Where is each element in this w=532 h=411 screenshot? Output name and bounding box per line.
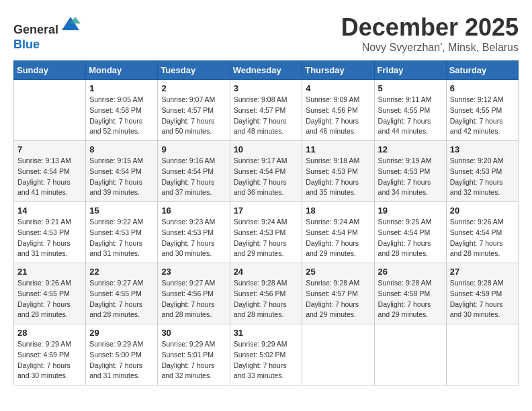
logo: General Blue	[13, 13, 81, 52]
day-number: 27	[450, 267, 515, 277]
location-subtitle: Novy Svyerzhan', Minsk, Belarus	[341, 42, 519, 54]
logo-icon	[60, 13, 81, 34]
day-number: 7	[17, 144, 82, 154]
day-number: 24	[234, 267, 299, 277]
day-info: Sunrise: 9:26 AM Sunset: 4:55 PM Dayligh…	[17, 278, 82, 320]
day-number: 6	[450, 83, 515, 93]
calendar-cell: 25Sunrise: 9:28 AM Sunset: 4:57 PM Dayli…	[302, 263, 374, 324]
day-info: Sunrise: 9:28 AM Sunset: 4:58 PM Dayligh…	[378, 278, 443, 320]
calendar-cell: 14Sunrise: 9:21 AM Sunset: 4:53 PM Dayli…	[14, 202, 86, 263]
calendar-cell: 2Sunrise: 9:07 AM Sunset: 4:57 PM Daylig…	[158, 80, 230, 141]
day-info: Sunrise: 9:08 AM Sunset: 4:57 PM Dayligh…	[234, 95, 299, 137]
weekday-header-monday: Monday	[86, 61, 158, 80]
calendar-cell: 10Sunrise: 9:17 AM Sunset: 4:54 PM Dayli…	[230, 141, 302, 202]
day-number: 15	[89, 205, 154, 216]
day-number: 1	[89, 83, 154, 93]
day-info: Sunrise: 9:28 AM Sunset: 4:56 PM Dayligh…	[234, 278, 299, 320]
weekday-header-friday: Friday	[374, 61, 446, 80]
calendar-cell: 9Sunrise: 9:16 AM Sunset: 4:54 PM Daylig…	[158, 141, 230, 202]
month-title: December 2025	[341, 13, 519, 42]
weekday-header-row: SundayMondayTuesdayWednesdayThursdayFrid…	[14, 61, 519, 80]
calendar-cell: 11Sunrise: 9:18 AM Sunset: 4:53 PM Dayli…	[302, 141, 374, 202]
calendar-cell: 15Sunrise: 9:22 AM Sunset: 4:53 PM Dayli…	[86, 202, 158, 263]
calendar-cell	[374, 324, 446, 385]
day-number: 22	[89, 267, 154, 277]
day-info: Sunrise: 9:15 AM Sunset: 4:54 PM Dayligh…	[89, 156, 154, 198]
calendar-week-5: 28Sunrise: 9:29 AM Sunset: 4:59 PM Dayli…	[14, 324, 519, 385]
calendar-cell	[14, 80, 86, 141]
calendar-cell: 23Sunrise: 9:27 AM Sunset: 4:56 PM Dayli…	[158, 263, 230, 324]
day-number: 14	[17, 205, 82, 216]
day-info: Sunrise: 9:05 AM Sunset: 4:58 PM Dayligh…	[89, 95, 154, 137]
calendar-table: SundayMondayTuesdayWednesdayThursdayFrid…	[13, 60, 519, 385]
day-number: 16	[161, 205, 226, 216]
day-number: 30	[161, 328, 226, 338]
logo-general: General	[13, 23, 58, 36]
day-info: Sunrise: 9:29 AM Sunset: 5:00 PM Dayligh…	[89, 339, 154, 381]
weekday-header-saturday: Saturday	[446, 61, 518, 80]
day-info: Sunrise: 9:09 AM Sunset: 4:56 PM Dayligh…	[306, 95, 370, 137]
day-number: 11	[306, 144, 370, 154]
day-info: Sunrise: 9:29 AM Sunset: 4:59 PM Dayligh…	[17, 339, 82, 381]
day-info: Sunrise: 9:29 AM Sunset: 5:02 PM Dayligh…	[234, 339, 299, 381]
calendar-cell: 7Sunrise: 9:13 AM Sunset: 4:54 PM Daylig…	[14, 141, 86, 202]
calendar-cell: 6Sunrise: 9:12 AM Sunset: 4:55 PM Daylig…	[446, 80, 518, 141]
day-info: Sunrise: 9:28 AM Sunset: 4:59 PM Dayligh…	[450, 278, 515, 320]
calendar-cell: 20Sunrise: 9:26 AM Sunset: 4:54 PM Dayli…	[446, 202, 518, 263]
calendar-cell	[446, 324, 518, 385]
day-info: Sunrise: 9:18 AM Sunset: 4:53 PM Dayligh…	[306, 156, 370, 198]
calendar-cell: 3Sunrise: 9:08 AM Sunset: 4:57 PM Daylig…	[230, 80, 302, 141]
day-number: 8	[89, 144, 154, 154]
page-header: General Blue December 2025 Novy Svyerzha…	[13, 13, 519, 54]
day-number: 28	[17, 328, 82, 338]
weekday-header-wednesday: Wednesday	[230, 61, 302, 80]
day-number: 25	[306, 267, 370, 277]
calendar-cell: 4Sunrise: 9:09 AM Sunset: 4:56 PM Daylig…	[302, 80, 374, 141]
day-info: Sunrise: 9:29 AM Sunset: 5:01 PM Dayligh…	[161, 339, 226, 381]
calendar-cell: 30Sunrise: 9:29 AM Sunset: 5:01 PM Dayli…	[158, 324, 230, 385]
day-number: 5	[378, 83, 443, 93]
day-info: Sunrise: 9:11 AM Sunset: 4:55 PM Dayligh…	[378, 95, 443, 137]
day-info: Sunrise: 9:21 AM Sunset: 4:53 PM Dayligh…	[17, 217, 82, 259]
calendar-week-1: 1Sunrise: 9:05 AM Sunset: 4:58 PM Daylig…	[14, 80, 519, 141]
calendar-cell: 26Sunrise: 9:28 AM Sunset: 4:58 PM Dayli…	[374, 263, 446, 324]
calendar-cell: 17Sunrise: 9:24 AM Sunset: 4:53 PM Dayli…	[230, 202, 302, 263]
day-info: Sunrise: 9:22 AM Sunset: 4:53 PM Dayligh…	[89, 217, 154, 259]
calendar-cell: 1Sunrise: 9:05 AM Sunset: 4:58 PM Daylig…	[86, 80, 158, 141]
weekday-header-sunday: Sunday	[14, 61, 86, 80]
calendar-cell: 8Sunrise: 9:15 AM Sunset: 4:54 PM Daylig…	[86, 141, 158, 202]
day-info: Sunrise: 9:25 AM Sunset: 4:54 PM Dayligh…	[378, 217, 443, 259]
calendar-week-4: 21Sunrise: 9:26 AM Sunset: 4:55 PM Dayli…	[14, 263, 519, 324]
day-info: Sunrise: 9:27 AM Sunset: 4:55 PM Dayligh…	[89, 278, 154, 320]
day-info: Sunrise: 9:24 AM Sunset: 4:53 PM Dayligh…	[234, 217, 299, 259]
logo-blue: Blue	[13, 38, 40, 51]
calendar-cell: 28Sunrise: 9:29 AM Sunset: 4:59 PM Dayli…	[14, 324, 86, 385]
calendar-cell: 21Sunrise: 9:26 AM Sunset: 4:55 PM Dayli…	[14, 263, 86, 324]
day-info: Sunrise: 9:17 AM Sunset: 4:54 PM Dayligh…	[234, 156, 299, 198]
title-block: December 2025 Novy Svyerzhan', Minsk, Be…	[341, 13, 519, 54]
day-info: Sunrise: 9:23 AM Sunset: 4:53 PM Dayligh…	[161, 217, 226, 259]
day-info: Sunrise: 9:07 AM Sunset: 4:57 PM Dayligh…	[161, 95, 226, 137]
day-number: 23	[161, 267, 226, 277]
day-number: 3	[234, 83, 299, 93]
day-number: 26	[378, 267, 443, 277]
day-number: 4	[306, 83, 370, 93]
calendar-cell: 13Sunrise: 9:20 AM Sunset: 4:53 PM Dayli…	[446, 141, 518, 202]
calendar-cell: 31Sunrise: 9:29 AM Sunset: 5:02 PM Dayli…	[230, 324, 302, 385]
day-number: 10	[234, 144, 299, 154]
day-info: Sunrise: 9:16 AM Sunset: 4:54 PM Dayligh…	[161, 156, 226, 198]
day-number: 19	[378, 205, 443, 216]
calendar-cell: 18Sunrise: 9:24 AM Sunset: 4:54 PM Dayli…	[302, 202, 374, 263]
day-info: Sunrise: 9:24 AM Sunset: 4:54 PM Dayligh…	[306, 217, 370, 259]
day-info: Sunrise: 9:27 AM Sunset: 4:56 PM Dayligh…	[161, 278, 226, 320]
day-number: 12	[378, 144, 443, 154]
day-number: 20	[450, 205, 515, 216]
day-number: 17	[234, 205, 299, 216]
weekday-header-thursday: Thursday	[302, 61, 374, 80]
day-info: Sunrise: 9:26 AM Sunset: 4:54 PM Dayligh…	[450, 217, 515, 259]
day-number: 13	[450, 144, 515, 154]
day-number: 31	[234, 328, 299, 338]
day-number: 21	[17, 267, 82, 277]
day-info: Sunrise: 9:28 AM Sunset: 4:57 PM Dayligh…	[306, 278, 370, 320]
calendar-cell: 27Sunrise: 9:28 AM Sunset: 4:59 PM Dayli…	[446, 263, 518, 324]
